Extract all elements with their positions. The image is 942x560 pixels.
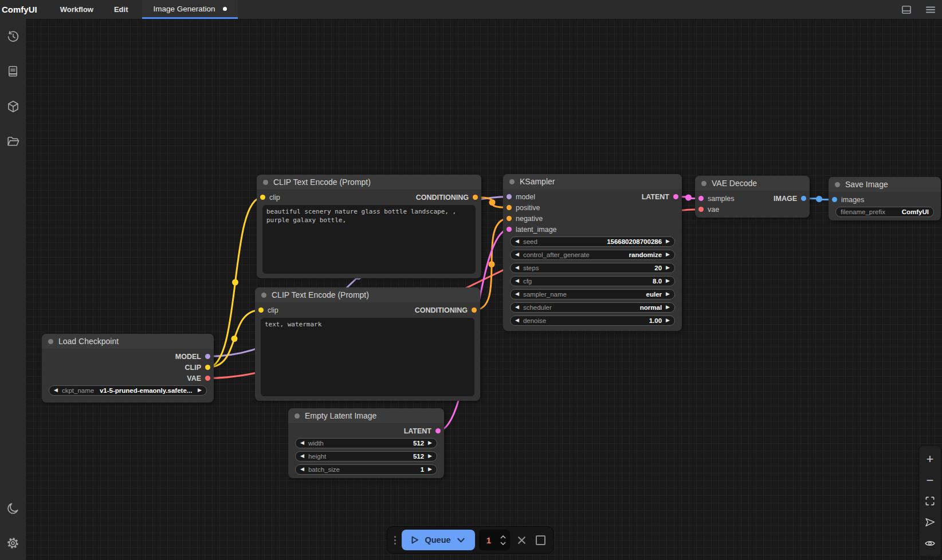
menu-workflow[interactable]: Workflow [50,5,104,14]
widget-value[interactable]: 20 [654,265,662,271]
stepper-up-icon[interactable] [500,535,506,539]
widget-right-arrow[interactable]: ▶ [666,291,670,297]
widget-left-arrow[interactable]: ◀ [300,453,304,459]
IMAGE-output-port[interactable] [801,196,806,201]
VAE-output-port[interactable] [205,376,210,381]
LATENT-output-port[interactable] [435,428,441,433]
settings-gear-icon[interactable] [0,526,26,560]
widget-height[interactable]: ◀height512▶ [295,451,437,462]
widget-value[interactable]: euler [646,291,662,298]
samples-input-port[interactable] [698,196,704,201]
node-clip-text-encode-positive[interactable]: CLIP Text Encode (Prompt)clipCONDITIONIN… [257,175,481,278]
prompt-textarea[interactable]: text, watermark [261,318,474,396]
widget-left-arrow[interactable]: ◀ [515,305,519,310]
history-icon[interactable] [0,19,26,54]
widget-left-arrow[interactable]: ◀ [515,252,519,257]
drag-handle[interactable] [392,536,398,545]
fit-view-icon[interactable] [922,493,938,509]
positive-input-port[interactable] [507,205,512,210]
node-ksampler[interactable]: KSamplermodelLATENTpositivenegativelaten… [503,174,682,331]
widget-width[interactable]: ◀width512▶ [295,438,437,448]
widget-left-arrow[interactable]: ◀ [515,278,519,283]
widget-left-arrow[interactable]: ◀ [54,388,58,393]
widget-sampler_name[interactable]: ◀sampler_nameeuler▶ [510,289,675,299]
toggle-visibility-icon[interactable] [922,535,938,551]
tab-image-generation[interactable]: Image Generation [142,0,238,19]
queue-count-value[interactable]: 1 [479,535,499,545]
widget-right-arrow[interactable]: ▶ [428,467,432,472]
menu-edit[interactable]: Edit [104,5,139,14]
batch-count-input[interactable]: 1 [479,530,510,550]
widget-value[interactable]: ComfyUI [902,208,929,215]
MODEL-output-port[interactable] [205,354,210,359]
zoom-out-icon[interactable]: − [922,472,938,488]
widget-right-arrow[interactable]: ▶ [666,318,670,323]
LATENT-output-port[interactable] [673,194,678,199]
vae-input-port[interactable] [698,207,704,212]
hamburger-menu-icon[interactable] [925,4,936,15]
widget-right-arrow[interactable]: ▶ [198,388,202,393]
workflows-folder-icon[interactable] [0,124,26,159]
widget-ckpt_name[interactable]: ◀ckpt_namev1-5-pruned-emaonly.safete...▶ [49,385,207,396]
widget-value[interactable]: 156680208700286 [607,238,662,245]
widget-value[interactable]: 1.00 [649,317,662,324]
CLIP-output-port[interactable] [205,365,210,370]
clip-input-port[interactable] [260,195,265,200]
bottom-panel-toggle-icon[interactable] [901,4,912,15]
CONDITIONING-output-port[interactable] [473,195,478,200]
node-clip-text-encode-negative[interactable]: CLIP Text Encode (Prompt)clipCONDITIONIN… [255,287,480,401]
widget-left-arrow[interactable]: ◀ [300,440,304,445]
output-label: MODEL [175,353,201,361]
widget-right-arrow[interactable]: ▶ [666,265,670,270]
clip-input-port[interactable] [258,307,264,313]
stepper-down-icon[interactable] [500,542,506,545]
latent_image-input-port[interactable] [507,227,512,232]
node-library-icon[interactable] [0,89,26,124]
select-cursor-icon[interactable] [922,514,938,530]
widget-value[interactable]: 8.0 [653,278,662,285]
widget-cfg[interactable]: ◀cfg8.0▶ [510,276,675,286]
logs-icon[interactable] [0,54,26,89]
widget-right-arrow[interactable]: ▶ [428,440,432,445]
widget-filename_prefix[interactable]: filename_prefixComfyUI [835,207,934,217]
model-input-port[interactable] [507,194,512,199]
widget-steps[interactable]: ◀steps20▶ [510,263,675,273]
widget-batch_size[interactable]: ◀batch_size1▶ [295,464,437,475]
zoom-in-icon[interactable]: + [922,451,938,467]
widget-right-arrow[interactable]: ▶ [666,252,670,257]
theme-moon-icon[interactable] [0,491,26,526]
graph-canvas[interactable] [26,19,942,560]
chevron-down-icon[interactable] [457,537,465,544]
node-empty-latent-image[interactable]: Empty Latent ImageLATENT◀width512▶◀heigh… [288,408,444,478]
stop-button[interactable] [533,530,548,550]
negative-input-port[interactable] [507,216,512,221]
widget-right-arrow[interactable]: ▶ [666,278,670,283]
images-input-port[interactable] [832,197,837,202]
widget-left-arrow[interactable]: ◀ [515,265,519,270]
widget-seed[interactable]: ◀seed156680208700286▶ [510,236,675,247]
widget-denoise[interactable]: ◀denoise1.00▶ [510,316,675,326]
prompt-textarea[interactable]: beautiful scenery nature glass bottle la… [262,205,476,274]
widget-scheduler[interactable]: ◀schedulernormal▶ [510,302,675,313]
widget-left-arrow[interactable]: ◀ [515,318,519,323]
widget-value[interactable]: 1 [421,466,424,473]
queue-button[interactable]: Queue [402,530,475,550]
widget-left-arrow[interactable]: ◀ [300,467,304,472]
widget-left-arrow[interactable]: ◀ [515,239,519,244]
widget-value[interactable]: 512 [413,453,424,460]
widget-value[interactable]: 512 [413,440,424,447]
widget-control_after_generate[interactable]: ◀control_after_generaterandomize▶ [510,250,675,260]
slot-row: MODEL [42,351,214,362]
widget-value[interactable]: randomize [629,251,662,258]
widget-left-arrow[interactable]: ◀ [515,291,519,297]
widget-right-arrow[interactable]: ▶ [666,305,670,310]
node-vae-decode[interactable]: VAE DecodesamplesIMAGEvae [695,176,810,218]
node-load-checkpoint[interactable]: Load CheckpointMODELCLIPVAE◀ckpt_namev1-… [42,334,214,403]
CONDITIONING-output-port[interactable] [472,307,477,313]
widget-right-arrow[interactable]: ▶ [428,453,432,459]
widget-right-arrow[interactable]: ▶ [666,239,670,244]
node-save-image[interactable]: Save Imageimagesfilename_prefixComfyUI [829,177,941,220]
clear-queue-button[interactable] [514,530,529,550]
widget-value[interactable]: normal [640,304,662,311]
widget-value[interactable]: v1-5-pruned-emaonly.safete... [100,387,192,394]
